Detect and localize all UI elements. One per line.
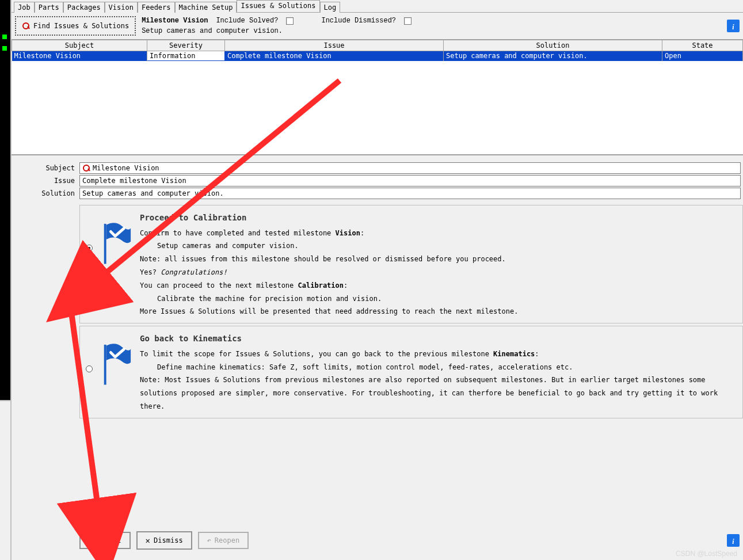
tab-bar: Job Parts Packages Vision Feeders Machin… <box>12 0 743 13</box>
cell-issue: Complete milestone Vision <box>225 51 444 61</box>
col-solution[interactable]: Solution <box>444 40 662 51</box>
tab-issues-solutions[interactable]: Issues & Solutions <box>237 0 319 12</box>
issues-table-wrap: Subject Severity Issue Solution State Mi… <box>12 39 743 154</box>
tab-job[interactable]: Job <box>14 2 35 13</box>
svg-rect-0 <box>104 224 106 264</box>
field-solution[interactable]: Setup cameras and computer vision. <box>79 188 741 199</box>
close-icon: ✕ <box>146 536 150 545</box>
include-solved-label: Include Solved? <box>216 17 278 25</box>
milestone-desc: Setup cameras and computer vision. <box>142 27 411 35</box>
table-row[interactable]: Milestone Vision Information Complete mi… <box>12 51 743 61</box>
check-icon: ✔ <box>89 536 93 544</box>
option-proceed-calibration[interactable]: Proceed to Calibration Confirm to have c… <box>79 205 743 323</box>
option-proceed-content: Proceed to Calibration Confirm to have c… <box>140 210 737 318</box>
col-state[interactable]: State <box>662 40 743 51</box>
accept-button[interactable]: ✔ Accept <box>79 532 131 549</box>
milestone-block: Milestone Vision Include Solved? Include… <box>142 17 411 35</box>
option-go-back-kinematics[interactable]: Go back to Kinematics To limit the scope… <box>79 326 743 418</box>
tab-feeders[interactable]: Feeders <box>138 2 175 13</box>
milestone-label: Milestone Vision <box>142 17 208 25</box>
tab-log[interactable]: Log <box>320 2 341 13</box>
detail-panel: Subject Milestone Vision Issue Complete … <box>12 154 743 488</box>
col-subject[interactable]: Subject <box>12 40 147 51</box>
radio-proceed[interactable] <box>86 245 93 252</box>
include-dismissed-checkbox[interactable] <box>404 17 411 25</box>
left-strip-divider <box>0 400 10 560</box>
find-issues-button[interactable]: Find Issues & Solutions <box>15 16 136 36</box>
include-solved-checkbox[interactable] <box>286 17 294 25</box>
find-issues-label: Find Issues & Solutions <box>33 22 129 30</box>
col-issue[interactable]: Issue <box>225 40 444 51</box>
radio-go-back[interactable] <box>86 365 93 372</box>
cell-state: Open <box>662 51 743 61</box>
flag-icon <box>100 222 133 266</box>
footer-bar: ✔ Accept ✕ Dismiss ↶ Reopen i <box>79 531 743 550</box>
info-icon[interactable]: i <box>727 20 740 32</box>
cell-severity: Information <box>147 51 225 61</box>
col-severity[interactable]: Severity <box>147 40 225 51</box>
search-icon <box>82 164 90 172</box>
undo-icon: ↶ <box>207 536 211 544</box>
include-dismissed-label: Include Dismissed? <box>321 17 396 25</box>
toolbar: Find Issues & Solutions Milestone Vision… <box>12 13 743 39</box>
reopen-button[interactable]: ↶ Reopen <box>198 532 249 549</box>
dismiss-button[interactable]: ✕ Dismiss <box>136 531 192 550</box>
tab-packages[interactable]: Packages <box>63 2 105 13</box>
search-icon <box>22 22 30 30</box>
flag-icon <box>100 342 133 387</box>
tab-machine-setup[interactable]: Machine Setup <box>175 2 237 13</box>
option-go-back-content: Go back to Kinematics To limit the scope… <box>140 331 737 413</box>
field-subject[interactable]: Milestone Vision <box>79 162 741 174</box>
tab-vision[interactable]: Vision <box>105 2 138 13</box>
cell-subject: Milestone Vision <box>12 51 147 61</box>
field-issue[interactable]: Complete milestone Vision <box>79 175 741 186</box>
issues-table: Subject Severity Issue Solution State Mi… <box>12 40 743 61</box>
svg-rect-1 <box>104 345 106 385</box>
tab-parts[interactable]: Parts <box>35 2 63 13</box>
watermark: CSDN @LostSpeed <box>676 550 737 558</box>
info-icon[interactable]: i <box>727 534 740 547</box>
cell-solution: Setup cameras and computer vision. <box>444 51 662 61</box>
label-issue: Issue <box>12 177 79 185</box>
label-subject: Subject <box>12 164 79 172</box>
label-solution: Solution <box>12 189 79 197</box>
